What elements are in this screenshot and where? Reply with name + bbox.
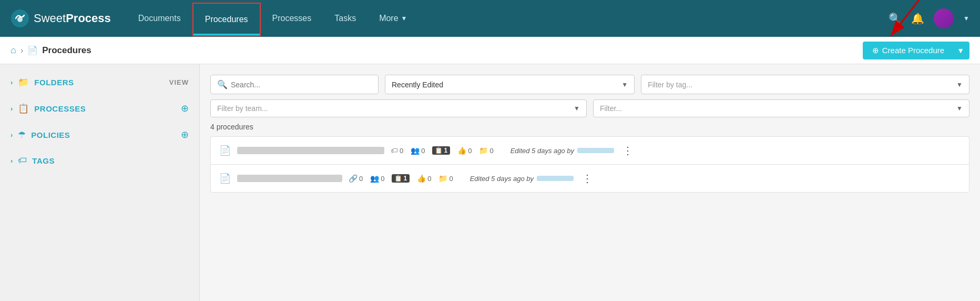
filter-team-chevron-icon: ▼	[574, 105, 580, 112]
search-input[interactable]	[231, 81, 372, 89]
create-procedure-button[interactable]: ⊕ Create Procedure	[863, 42, 952, 59]
filter-tag-select[interactable]: Filter by tag... ▼	[641, 75, 969, 94]
docs-badge: 📋 1	[432, 146, 450, 155]
folders-meta-icon: 📁	[479, 146, 488, 155]
people-count: 👥 0	[370, 174, 384, 183]
sort-select[interactable]: Recently Edited ▼	[385, 75, 635, 94]
procedure-edited: Edited 5 days ago by	[470, 175, 574, 183]
filter-select[interactable]: Filter... ▼	[593, 99, 969, 117]
sort-chevron-icon: ▼	[621, 81, 628, 88]
home-icon[interactable]: ⌂	[11, 45, 16, 56]
sidebar-item-tags[interactable]: › 🏷 TAGS	[0, 148, 199, 173]
nav-tasks[interactable]: Tasks	[323, 0, 368, 37]
sidebar: › 📁 FOLDERS VIEW › 📋 PROCESSES ⊕ › ☂ POL…	[0, 64, 200, 301]
tags-chevron-icon: ›	[11, 157, 13, 165]
create-procedure-dropdown[interactable]: ▼	[952, 42, 969, 59]
main-content: › 📁 FOLDERS VIEW › 📋 PROCESSES ⊕ › ☂ POL…	[0, 64, 980, 301]
folders-chevron-icon: ›	[11, 78, 13, 86]
processes-icon: 📋	[18, 103, 29, 114]
votes-count: 👍 0	[457, 146, 472, 155]
sidebar-item-policies[interactable]: › ☂ POLICIES ⊕	[0, 122, 199, 148]
search-icon: 🔍	[217, 79, 228, 89]
procedure-list: 📄 🏷 0 👥 0 📋 1 👍	[210, 136, 969, 193]
logo-icon	[11, 9, 29, 28]
sort-select-value: Recently Edited	[392, 81, 443, 89]
tags-count: 🔗 0	[349, 174, 363, 183]
nav-procedures[interactable]: Procedures	[192, 3, 261, 36]
procedure-title-blurred	[237, 175, 342, 182]
table-row: 📄 🔗 0 👥 0 📋 1 👍	[210, 164, 969, 193]
filters-row-2: Filter by team... ▼ Filter... ▼	[210, 99, 969, 117]
people-count: 👥 0	[411, 146, 425, 155]
votes-meta-icon: 👍	[457, 146, 466, 155]
tag-meta-icon: 🔗	[349, 174, 358, 183]
votes-count: 👍 0	[417, 174, 431, 183]
folders-count: 📁 0	[438, 174, 453, 183]
filters-row-1: 🔍 Recently Edited ▼ Filter by tag... ▼	[210, 75, 969, 94]
policies-icon: ☂	[18, 129, 26, 141]
sidebar-item-folders[interactable]: › 📁 FOLDERS VIEW	[0, 69, 199, 95]
tag-meta-icon: 🏷	[391, 146, 398, 155]
procedure-meta: 🏷 0 👥 0 📋 1 👍 0	[391, 146, 494, 155]
top-navigation: SweetProcess Documents Procedures Proces…	[0, 0, 980, 37]
table-row: 📄 🏷 0 👥 0 📋 1 👍	[210, 136, 969, 164]
file-icon: 📄	[219, 173, 231, 184]
breadcrumb-bar: ⌂ › 📄 Procedures ⊕ Create Procedure ▼	[0, 37, 980, 64]
folders-count: 📁 0	[479, 146, 493, 155]
more-chevron-icon: ▼	[401, 15, 407, 22]
file-icon: 📄	[219, 145, 231, 156]
search-button[interactable]: 🔍	[889, 12, 902, 25]
procedure-more-menu[interactable]: ⋮	[620, 144, 635, 157]
filter-chevron-icon: ▼	[956, 105, 963, 112]
tags-count: 🏷 0	[391, 146, 403, 155]
folders-meta-icon: 📁	[438, 174, 447, 183]
user-avatar[interactable]	[934, 8, 954, 28]
edited-by-name-blurred	[577, 148, 614, 153]
folders-icon: 📁	[18, 77, 29, 88]
breadcrumb-separator: ›	[21, 46, 23, 55]
filter-team-select[interactable]: Filter by team... ▼	[210, 99, 587, 117]
procedure-title-blurred	[237, 147, 384, 154]
processes-add-icon[interactable]: ⊕	[181, 103, 189, 114]
procedure-meta: 🔗 0 👥 0 📋 1 👍 0	[349, 174, 453, 183]
nav-documents[interactable]: Documents	[127, 0, 192, 37]
procedure-more-menu[interactable]: ⋮	[580, 172, 595, 185]
svg-point-1	[17, 17, 23, 22]
nav-processes[interactable]: Processes	[261, 0, 323, 37]
sidebar-item-processes[interactable]: › 📋 PROCESSES ⊕	[0, 95, 199, 122]
procedures-count: 4 procedures	[210, 123, 969, 131]
people-meta-icon: 👥	[370, 174, 379, 183]
filter-tag-placeholder: Filter by tag...	[648, 81, 692, 89]
breadcrumb: ⌂ › 📄 Procedures	[11, 45, 91, 56]
create-procedure-group: ⊕ Create Procedure ▼	[863, 42, 969, 59]
docs-badge-icon: 📋	[394, 175, 402, 182]
content-area: 🔍 Recently Edited ▼ Filter by tag... ▼ F…	[200, 64, 980, 301]
search-box[interactable]: 🔍	[210, 75, 379, 94]
logo[interactable]: SweetProcess	[11, 9, 111, 28]
nav-right-actions: 🔍 🔔 ▼	[889, 8, 969, 28]
nav-items: Documents Procedures Processes Tasks Mor…	[127, 0, 889, 37]
notifications-button[interactable]: 🔔	[911, 12, 924, 25]
docs-badge: 📋 1	[392, 174, 410, 183]
people-meta-icon: 👥	[411, 146, 420, 155]
filter-tag-chevron-icon: ▼	[956, 81, 963, 88]
policies-chevron-icon: ›	[11, 131, 13, 139]
procedure-edited: Edited 5 days ago by	[511, 147, 614, 155]
brand-name: SweetProcess	[34, 12, 111, 25]
page-icon: 📄	[27, 45, 38, 55]
policies-add-icon[interactable]: ⊕	[181, 129, 189, 141]
votes-meta-icon: 👍	[417, 174, 426, 183]
page-title: Procedures	[42, 45, 91, 56]
plus-icon: ⊕	[872, 46, 879, 55]
processes-chevron-icon: ›	[11, 105, 13, 113]
edited-by-name-blurred	[537, 176, 574, 181]
nav-more[interactable]: More ▼	[368, 0, 418, 37]
avatar-chevron-icon[interactable]: ▼	[963, 15, 969, 22]
tags-icon: 🏷	[18, 155, 27, 166]
filter-team-placeholder: Filter by team...	[217, 104, 268, 113]
filter-placeholder: Filter...	[600, 104, 622, 113]
docs-badge-icon: 📋	[435, 147, 443, 154]
